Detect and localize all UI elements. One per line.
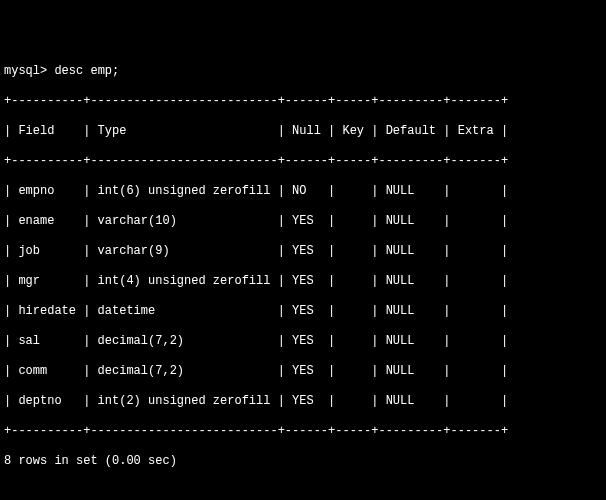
desc-sep-bot: +----------+--------------------------+-… bbox=[4, 424, 602, 439]
desc-sep-mid: +----------+--------------------------+-… bbox=[4, 154, 602, 169]
desc-row: | empno | int(6) unsigned zerofill | NO … bbox=[4, 184, 602, 199]
desc-row: | mgr | int(4) unsigned zerofill | YES |… bbox=[4, 274, 602, 289]
desc-header: | Field | Type | Null | Key | Default | … bbox=[4, 124, 602, 139]
desc-sep-top: +----------+--------------------------+-… bbox=[4, 94, 602, 109]
desc-footer: 8 rows in set (0.00 sec) bbox=[4, 454, 602, 469]
command-desc: desc emp; bbox=[54, 64, 119, 78]
desc-row: | job | varchar(9) | YES | | NULL | | bbox=[4, 244, 602, 259]
mysql-prompt: mysql> bbox=[4, 64, 47, 78]
desc-row: | hiredate | datetime | YES | | NULL | | bbox=[4, 304, 602, 319]
desc-row: | sal | decimal(7,2) | YES | | NULL | | bbox=[4, 334, 602, 349]
blank bbox=[4, 484, 602, 499]
desc-row: | ename | varchar(10) | YES | | NULL | | bbox=[4, 214, 602, 229]
prompt-line-1: mysql> desc emp; bbox=[4, 64, 602, 79]
desc-row: | deptno | int(2) unsigned zerofill | YE… bbox=[4, 394, 602, 409]
desc-row: | comm | decimal(7,2) | YES | | NULL | | bbox=[4, 364, 602, 379]
